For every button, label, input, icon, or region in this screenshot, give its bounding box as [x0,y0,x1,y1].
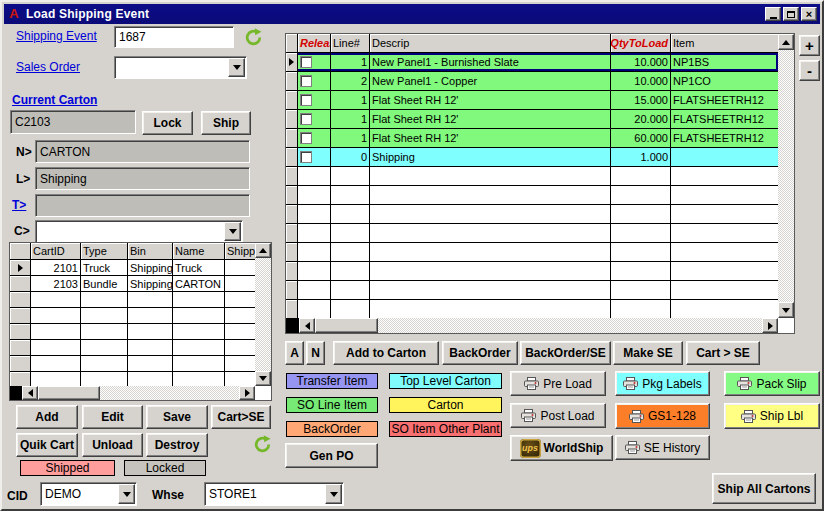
row-height-plus-button[interactable]: + [799,35,820,56]
pack-slip-button[interactable]: Pack Slip [724,371,820,396]
ship-lbl-button[interactable]: Ship Lbl [724,403,820,429]
ups-logo-icon: ups [520,439,541,458]
backorder-button[interactable]: BackOrder [442,341,518,365]
load-grid-vscrollbar[interactable] [778,34,794,318]
load-row[interactable]: 1 Flat Sheet RH 12' 60.000 FLATSHEETRH12 [286,129,778,148]
row-selector[interactable] [286,53,298,71]
shipping-event-input[interactable]: 1687 [114,26,234,48]
current-carton-field[interactable]: C2103 [10,110,136,134]
refresh-cartons-button[interactable] [248,431,276,457]
sales-order-link[interactable]: Sales Order [16,60,80,74]
select-all-button[interactable]: A [285,341,304,365]
carton-row[interactable]: 2103 Bundle Shipping CARTON [10,276,255,292]
add-button[interactable]: Add [16,405,78,429]
close-button[interactable]: × [801,7,817,21]
scroll-left-button[interactable] [22,386,38,400]
ship-all-cartons-button[interactable]: Ship All Cartons [712,473,816,504]
cart-to-se-button[interactable]: Cart>SE [211,405,271,429]
scroll-right-button[interactable] [239,386,255,400]
scroll-left-button[interactable] [299,318,315,333]
unload-button[interactable]: Unload [82,433,143,457]
save-button[interactable]: Save [146,405,208,429]
release-cell[interactable] [298,72,331,90]
cart-gt-se-button[interactable]: Cart > SE [686,341,760,365]
cid-dropdown-button[interactable] [118,484,135,504]
load-grid-hscrollbar[interactable] [286,318,778,333]
scroll-up-button[interactable] [778,34,794,50]
pkg-labels-button[interactable]: Pkg Labels [615,371,710,396]
row-height-minus-button[interactable]: - [799,60,820,81]
row-selector[interactable] [10,276,31,291]
load-row[interactable]: 2 New Panel1 - Copper 10.000 NP1CO [286,72,778,91]
make-se-button[interactable]: Make SE [613,341,683,365]
worldship-button[interactable]: ups WorldShip [510,435,613,461]
row-selector[interactable] [286,129,298,147]
cartons-grid-hscrollbar[interactable] [10,386,255,400]
current-carton-link[interactable]: Current Carton [12,93,97,107]
load-row[interactable]: 1 Flat Sheet RH 12' 20.000 FLATSHEETRH12 [286,110,778,129]
carton-row[interactable]: 2101 Truck Shipping Truck [10,260,255,276]
scroll-down-button[interactable] [255,371,271,386]
add-to-carton-button[interactable]: Add to Carton [333,341,439,365]
release-cell[interactable] [298,148,331,166]
minimize-button[interactable] [765,7,781,21]
se-history-button[interactable]: SE History [615,435,710,460]
release-cell[interactable] [298,129,331,147]
maximize-button[interactable] [783,7,799,21]
row-selector[interactable] [286,110,298,128]
refresh-shipping-event-button[interactable] [240,25,267,50]
scrollbar-thumb[interactable] [38,386,100,400]
title-bar[interactable]: A Load Shipping Event × [4,4,820,24]
load-row-empty [286,205,778,224]
scroll-down-button[interactable] [778,302,794,318]
edit-button[interactable]: Edit [82,405,143,429]
scrollbar-thumb[interactable] [315,318,378,333]
c-combo[interactable] [35,220,243,243]
release-checkbox[interactable] [300,75,312,87]
scroll-up-button[interactable] [255,243,271,258]
whse-combo[interactable]: STORE1 [204,482,344,506]
n-field[interactable]: CARTON [35,140,250,163]
quik-cart-button[interactable]: Quik Cart [16,433,78,457]
sales-order-dropdown-button[interactable] [228,58,245,77]
select-none-button[interactable]: N [306,341,325,365]
lock-button[interactable]: Lock [142,111,193,135]
cartons-grid-vscrollbar[interactable] [255,243,271,386]
destroy-button[interactable]: Destroy [146,433,208,457]
col-item: Item [671,34,778,52]
arrow-up-icon [259,248,267,253]
row-selector[interactable] [286,91,298,109]
row-selector[interactable] [286,148,298,166]
scroll-right-button[interactable] [762,318,778,333]
release-checkbox[interactable] [300,56,312,68]
release-checkbox[interactable] [300,151,312,163]
release-checkbox[interactable] [300,113,312,125]
load-row[interactable]: 1 Flat Sheet RH 12' 15.000 FLATSHEETRH12 [286,91,778,110]
load-row[interactable]: 1 New Panel1 - Burnished Slate 10.000 NP… [286,53,778,72]
release-checkbox[interactable] [300,132,312,144]
shipped-legend: Shipped [20,460,115,476]
load-row[interactable]: 0 Shipping 1.000 [286,148,778,167]
ship-button[interactable]: Ship [201,111,251,135]
l-field[interactable]: Shipping [35,167,250,190]
gs1-128-button[interactable]: GS1-128 [615,403,710,429]
release-cell[interactable] [298,110,331,128]
release-checkbox[interactable] [300,94,312,106]
gen-po-button[interactable]: Gen PO [285,443,378,468]
whse-dropdown-button[interactable] [325,484,342,504]
release-cell[interactable] [298,91,331,109]
pre-load-button[interactable]: Pre Load [510,371,606,396]
row-selector[interactable] [286,72,298,90]
shipping-event-link[interactable]: Shipping Event [16,29,97,43]
release-cell[interactable] [298,53,331,71]
row-selector[interactable] [10,260,31,275]
t-field[interactable] [35,194,250,217]
t-link[interactable]: T> [12,198,26,212]
cartons-grid[interactable]: CartID Type Bin Name Shipped 2101 Truck … [9,242,272,401]
cid-combo[interactable]: DEMO [40,482,137,506]
c-dropdown-button[interactable] [224,222,241,241]
backorder-se-button[interactable]: BackOrder/SE [520,341,611,365]
sales-order-combo[interactable] [114,56,247,79]
post-load-button[interactable]: Post Load [510,403,606,428]
load-grid[interactable]: Release Line# Descrip QtyToLoad Item 1 N… [285,33,795,334]
